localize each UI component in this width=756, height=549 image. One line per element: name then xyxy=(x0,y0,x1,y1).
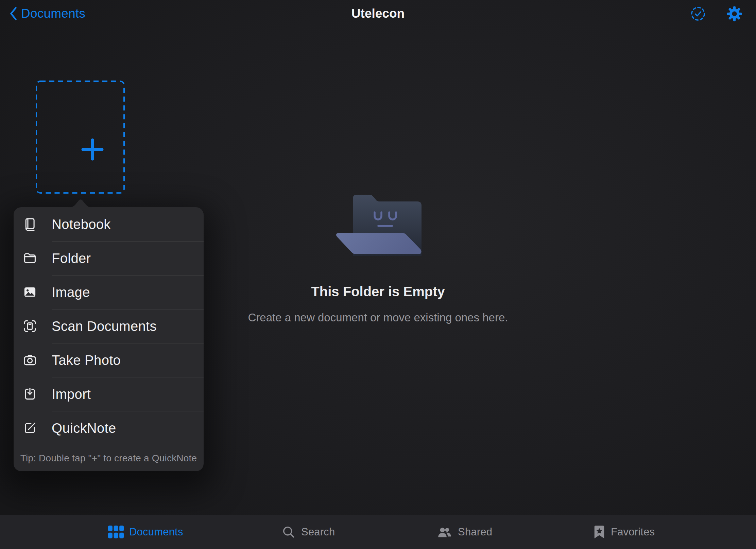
import-icon xyxy=(22,387,37,402)
menu-item-label: Import xyxy=(52,387,91,402)
menu-item-take-photo[interactable]: Take Photo xyxy=(14,343,204,377)
tab-documents[interactable]: Documents xyxy=(108,515,183,549)
favorites-bookmark-icon xyxy=(593,525,605,539)
bottom-tab-bar: Documents Search Shared xyxy=(0,515,756,549)
tab-shared[interactable]: Shared xyxy=(437,515,492,549)
app-screen: Documents Utelecon xyxy=(0,0,756,549)
tab-favorites[interactable]: Favorites xyxy=(593,515,655,549)
menu-item-folder[interactable]: Folder xyxy=(14,241,204,275)
add-menu-popover: Notebook Folder Image xyxy=(14,207,204,471)
tab-label: Search xyxy=(301,526,335,538)
menu-item-label: Take Photo xyxy=(52,353,121,368)
menu-item-label: Image xyxy=(52,285,90,300)
page-title: Utelecon xyxy=(0,0,756,27)
select-check-icon[interactable] xyxy=(690,6,706,22)
back-button-label: Documents xyxy=(21,6,85,21)
notebook-icon xyxy=(22,217,37,232)
scan-documents-icon xyxy=(22,319,37,334)
menu-tip-text: Tip: Double tap "+" to create a QuickNot… xyxy=(14,445,204,471)
menu-item-image[interactable]: Image xyxy=(14,275,204,309)
back-button[interactable]: Documents xyxy=(9,0,85,27)
take-photo-icon xyxy=(22,353,37,368)
quicknote-icon xyxy=(22,421,37,436)
top-navigation-bar: Documents Utelecon xyxy=(0,0,756,27)
new-document-button[interactable] xyxy=(36,81,125,194)
popover-arrow xyxy=(68,198,93,208)
search-icon xyxy=(281,525,296,539)
menu-item-quicknote[interactable]: QuickNote xyxy=(14,411,204,445)
folder-icon xyxy=(22,251,37,266)
menu-item-import[interactable]: Import xyxy=(14,377,204,411)
menu-item-label: Notebook xyxy=(52,217,111,232)
tab-label: Favorites xyxy=(611,526,655,538)
menu-item-label: Scan Documents xyxy=(52,319,157,334)
tab-label: Documents xyxy=(129,526,183,538)
menu-item-label: QuickNote xyxy=(52,421,116,436)
tab-search[interactable]: Search xyxy=(281,515,335,549)
image-icon xyxy=(22,285,37,300)
topbar-actions xyxy=(690,0,742,27)
menu-item-scan-documents[interactable]: Scan Documents xyxy=(14,309,204,343)
menu-item-notebook[interactable]: Notebook xyxy=(14,207,204,241)
menu-item-label: Folder xyxy=(52,251,91,266)
settings-gear-icon[interactable] xyxy=(726,6,742,22)
shared-people-icon xyxy=(437,525,452,539)
chevron-left-icon xyxy=(9,6,18,21)
documents-grid-icon xyxy=(108,526,124,538)
empty-folder-illustration xyxy=(335,194,423,256)
tab-label: Shared xyxy=(458,526,492,538)
